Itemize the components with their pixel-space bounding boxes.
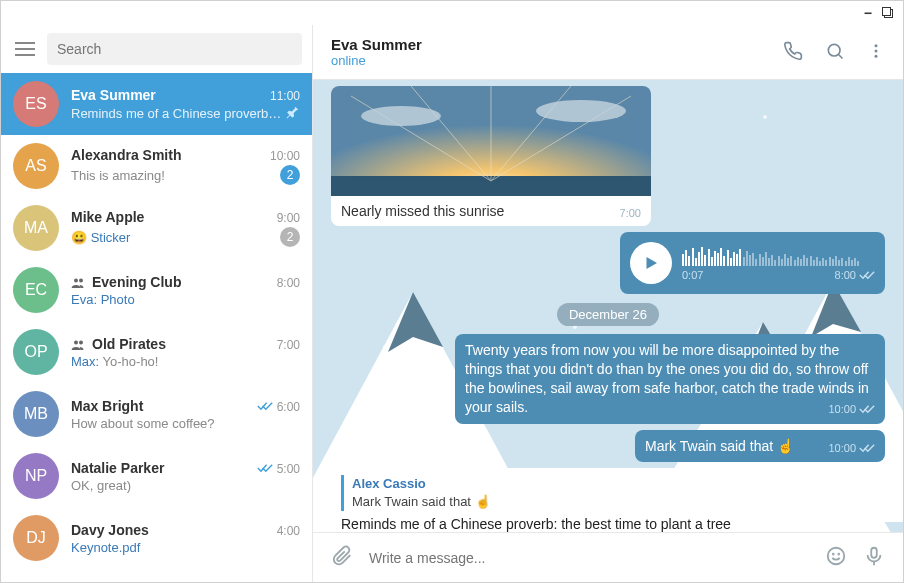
chat-time: 10:00 (270, 149, 300, 163)
avatar: EC (13, 267, 59, 313)
avatar: OP (13, 329, 59, 375)
avatar: ES (13, 81, 59, 127)
chat-time: 6:00 (257, 400, 300, 414)
date-divider: December 26 (331, 306, 885, 322)
chat-list-item[interactable]: MBMax Bright6:00How about some coffee? (1, 383, 312, 445)
chat-header: Eva Summer online (313, 25, 903, 80)
voice-position: 0:07 (682, 269, 703, 281)
chat-list-item[interactable]: OPOld Pirates7:00Max: Yo-ho-ho! (1, 321, 312, 383)
voice-waveform[interactable] (682, 246, 875, 266)
chat-list-item[interactable]: DJDavy Jones4:00Keynote.pdf (1, 507, 312, 569)
message-photo[interactable]: Nearly missed this sunrise 7:00 (331, 86, 761, 226)
chat-list-item[interactable]: NPNatalie Parker5:00OK, great) (1, 445, 312, 507)
avatar: MA (13, 205, 59, 251)
unread-badge: 2 (280, 227, 300, 247)
chat-name: Alexandra Smith (71, 147, 181, 163)
chat-name: Max Bright (71, 398, 143, 414)
chat-name: Mike Apple (71, 209, 144, 225)
chat-preview: How about some coffee? (71, 416, 300, 431)
svg-point-3 (79, 340, 83, 344)
svg-point-27 (838, 554, 839, 555)
reply-preview[interactable]: Alex Cassio Mark Twain said that ☝️ (341, 475, 741, 510)
svg-line-11 (839, 54, 843, 58)
chat-time: 11:00 (270, 89, 300, 103)
chat-list-item[interactable]: ECEvening Club8:00Eva: Photo (1, 259, 312, 321)
photo-attachment[interactable] (331, 86, 651, 196)
chat-list-item[interactable]: ESEva Summer11:00Reminds me of a Chinese… (1, 73, 312, 135)
chat-name: Davy Jones (71, 522, 149, 538)
svg-marker-24 (647, 257, 658, 269)
chat-time: 9:00 (277, 211, 300, 225)
search-input[interactable] (57, 41, 292, 57)
chat-status: online (331, 53, 783, 68)
emoji-button[interactable] (825, 545, 847, 570)
attach-button[interactable] (331, 545, 353, 570)
svg-point-26 (833, 554, 834, 555)
group-icon (71, 274, 86, 290)
menu-button[interactable] (15, 42, 35, 56)
avatar: MB (13, 391, 59, 437)
message-time: 10:00 (828, 441, 875, 456)
svg-point-2 (74, 340, 78, 344)
chat-name: Natalie Parker (71, 460, 164, 476)
maximize-button[interactable] (884, 9, 893, 18)
play-button[interactable] (630, 242, 672, 284)
svg-point-10 (828, 44, 840, 56)
chat-list-item[interactable]: MAMike Apple9:00😀 Sticker2 (1, 197, 312, 259)
chat-time: 8:00 (277, 276, 300, 290)
photo-caption: Nearly missed this sunrise (341, 203, 504, 219)
message-input[interactable] (369, 550, 809, 566)
chat-name: Evening Club (92, 274, 181, 290)
message-in-reply[interactable]: Alex Cassio Mark Twain said that ☝️ Remi… (331, 468, 751, 532)
message-time: 7:00 (620, 207, 641, 219)
chat-name: Eva Summer (71, 87, 156, 103)
chat-preview: Keynote.pdf (71, 540, 300, 555)
chat-list-pane: ESEva Summer11:00Reminds me of a Chinese… (1, 25, 313, 582)
svg-point-14 (875, 54, 878, 57)
pin-icon (286, 105, 300, 122)
avatar: AS (13, 143, 59, 189)
chat-preview: OK, great) (71, 478, 300, 493)
svg-point-1 (79, 278, 83, 282)
svg-point-25 (828, 548, 845, 565)
search-in-chat-button[interactable] (825, 41, 845, 64)
svg-point-13 (875, 49, 878, 52)
chat-preview: Reminds me of a Chinese proverb… (71, 106, 286, 121)
conversation-pane: Eva Summer online (313, 25, 903, 582)
chat-preview: 😀 Sticker (71, 230, 280, 245)
chat-name: Old Pirates (92, 336, 166, 352)
more-button[interactable] (867, 42, 885, 63)
avatar: DJ (13, 515, 59, 561)
message-compose (313, 532, 903, 582)
message-out[interactable]: Mark Twain said that ☝️ 10:00 (635, 430, 885, 463)
message-out[interactable]: Twenty years from now you will be more d… (455, 334, 885, 424)
message-voice[interactable]: 0:07 8:00 (615, 232, 885, 294)
chat-preview: Max: Yo-ho-ho! (71, 354, 300, 369)
message-time: 8:00 (835, 269, 875, 281)
unread-badge: 2 (280, 165, 300, 185)
minimize-button[interactable]: − (864, 5, 872, 21)
chat-list-item[interactable]: ASAlexandra Smith10:00This is amazing!2 (1, 135, 312, 197)
chat-preview: This is amazing! (71, 168, 280, 183)
svg-point-0 (74, 278, 78, 282)
chat-title: Eva Summer (331, 36, 783, 53)
message-time: 10:00 (828, 402, 875, 417)
svg-point-12 (875, 44, 878, 47)
chat-time: 7:00 (277, 338, 300, 352)
chat-time: 4:00 (277, 524, 300, 538)
avatar: NP (13, 453, 59, 499)
chat-preview: Eva: Photo (71, 292, 300, 307)
svg-point-23 (536, 100, 626, 122)
voice-record-button[interactable] (863, 545, 885, 570)
search-field[interactable] (47, 33, 302, 65)
call-button[interactable] (783, 41, 803, 64)
svg-point-22 (361, 106, 441, 126)
svg-rect-28 (871, 548, 877, 558)
chat-time: 5:00 (257, 462, 300, 476)
group-icon (71, 336, 86, 352)
